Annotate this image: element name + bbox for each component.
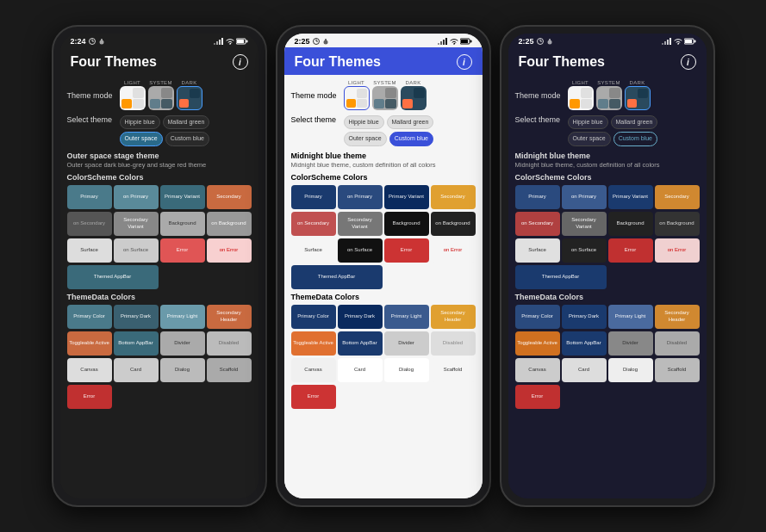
status-right	[214, 38, 248, 45]
color-cell: Themed AppBar	[515, 265, 607, 289]
svg-rect-30	[664, 41, 666, 45]
select-theme-chip[interactable]: Mallard green	[387, 115, 434, 129]
color-cell: on Primary	[114, 185, 159, 209]
color-cell: Bottom AppBar	[562, 331, 607, 356]
phone-device: 2:25	[276, 25, 491, 507]
color-row: Primary ColorPrimary DarkPrimary LightSe…	[515, 305, 700, 329]
theme-mode-row: Theme mode LIGHT SYSTEM DARK	[67, 80, 252, 110]
status-bar: 2:25	[508, 34, 707, 47]
color-row: on SecondarySecondary VariantBackgroundo…	[515, 212, 700, 236]
theme-chip-system[interactable]: SYSTEM	[596, 80, 622, 110]
select-theme-chip[interactable]: Outer space	[568, 132, 611, 145]
notification-icon	[322, 38, 329, 45]
select-theme-chip[interactable]: Hippie blue	[120, 115, 160, 129]
color-cell: Primary Variant	[160, 185, 205, 209]
color-cell: Canvas	[515, 358, 560, 382]
theme-mode-chips: LIGHT SYSTEM DARK	[568, 80, 651, 110]
info-button[interactable]: i	[681, 54, 696, 70]
select-theme-chip[interactable]: Custom blue	[389, 132, 433, 145]
error-row: Error	[515, 385, 700, 409]
color-cell: on Primary	[562, 185, 607, 209]
color-cell: Surface	[67, 238, 112, 263]
theme-mode-chips: LIGHT SYSTEM DARK	[344, 80, 427, 110]
error-cell: Error	[291, 385, 336, 409]
color-cell: Error	[160, 238, 205, 263]
svg-point-15	[323, 40, 327, 45]
theme-chip-label: LIGHT	[572, 80, 589, 85]
color-row: Surfaceon SurfaceErroron Error	[67, 238, 252, 263]
content-area: Theme mode LIGHT SYSTEM DARK	[284, 75, 483, 498]
color-cell: Primary Dark	[114, 305, 159, 329]
theme-mode-chips: LIGHT SYSTEM DARK	[120, 80, 202, 110]
theme-chip-label: SYSTEM	[597, 80, 620, 85]
color-cell: Primary	[67, 185, 112, 209]
theme-chip-light[interactable]: LIGHT	[344, 80, 370, 110]
clock-icon	[89, 38, 96, 45]
color-cell: Divider	[160, 331, 205, 356]
status-time: 2:25	[519, 37, 534, 46]
select-theme-chip[interactable]: Custom blue	[165, 132, 209, 145]
color-cell: on Background	[655, 212, 700, 236]
color-cell: Themed AppBar	[291, 265, 383, 289]
color-cell: Secondary Header	[431, 305, 476, 329]
svg-rect-10	[237, 40, 244, 43]
color-cell: Secondary Variant	[114, 212, 159, 236]
select-theme-chip[interactable]: Mallard green	[163, 115, 210, 129]
phone-screen: 2:24	[60, 34, 258, 498]
theme-chip-dark[interactable]: DARK	[177, 80, 202, 110]
error-row: Error	[67, 385, 252, 409]
select-theme-chip[interactable]: Outer space	[120, 132, 163, 145]
color-cell: Primary Dark	[562, 305, 607, 329]
color-cell: on Error	[431, 238, 476, 263]
color-cell: Toggleable Active	[291, 331, 336, 356]
svg-rect-17	[438, 43, 439, 45]
clock-icon	[313, 38, 320, 45]
theme-chip-label: DARK	[406, 80, 421, 85]
content-area: Theme mode LIGHT SYSTEM DARK	[508, 75, 707, 498]
theme-chip-label: SYSTEM	[373, 80, 395, 85]
color-cell: Canvas	[291, 358, 336, 382]
theme-chip-dark[interactable]: DARK	[401, 80, 427, 110]
color-row: CanvasCardDialogScaffold	[67, 358, 252, 382]
color-cell: Themed AppBar	[67, 265, 159, 289]
status-left: 2:25	[519, 37, 553, 46]
theme-chip-light[interactable]: LIGHT	[568, 80, 594, 110]
error-cell: Error	[515, 385, 560, 409]
phones-container: 2:24	[43, 16, 724, 516]
info-button[interactable]: i	[457, 54, 472, 70]
color-row: CanvasCardDialogScaffold	[291, 358, 476, 382]
color-cell: Divider	[384, 331, 429, 356]
select-theme-chip[interactable]: Hippie blue	[344, 115, 384, 129]
theme-chip-system[interactable]: SYSTEM	[372, 80, 398, 110]
app-title: Four Themes	[519, 54, 605, 70]
svg-rect-29	[662, 43, 663, 45]
color-cell: on Surface	[338, 238, 383, 263]
color-cell: Toggleable Active	[67, 331, 112, 356]
colorscheme-title: ColorScheme Colors	[291, 173, 476, 182]
theme-chip-system[interactable]: SYSTEM	[148, 80, 174, 110]
theme-chip-dark[interactable]: DARK	[625, 80, 651, 110]
color-cell: Background	[160, 212, 205, 236]
color-cell: Divider	[608, 331, 653, 356]
select-theme-label: Select theme	[67, 115, 115, 124]
theme-mode-label: Theme mode	[291, 91, 339, 100]
themedata-title: ThemeData Colors	[291, 293, 476, 301]
svg-rect-22	[461, 40, 468, 43]
color-row: Primary ColorPrimary DarkPrimary LightSe…	[291, 305, 476, 329]
select-theme-chip[interactable]: Hippie blue	[568, 115, 608, 129]
content-area: Theme mode LIGHT SYSTEM DARK	[60, 75, 258, 498]
status-left: 2:24	[71, 37, 105, 46]
color-cell: Bottom AppBar	[338, 331, 383, 356]
select-theme-chip[interactable]: Outer space	[344, 132, 387, 145]
theme-desc: Midnight blue theme, custom definition o…	[515, 161, 700, 169]
color-cell: Secondary Header	[207, 305, 252, 329]
themedata-title: ThemeData Colors	[515, 293, 700, 301]
theme-chip-light[interactable]: LIGHT	[120, 80, 146, 110]
select-theme-row: Select theme Hippie blueMallard greenOut…	[291, 115, 476, 146]
svg-point-3	[99, 40, 103, 45]
color-cell: Background	[608, 212, 653, 236]
select-theme-chip[interactable]: Custom blue	[613, 132, 657, 145]
select-theme-chip[interactable]: Mallard green	[611, 115, 658, 129]
info-button[interactable]: i	[233, 54, 248, 70]
theme-mode-row: Theme mode LIGHT SYSTEM DARK	[291, 80, 476, 110]
